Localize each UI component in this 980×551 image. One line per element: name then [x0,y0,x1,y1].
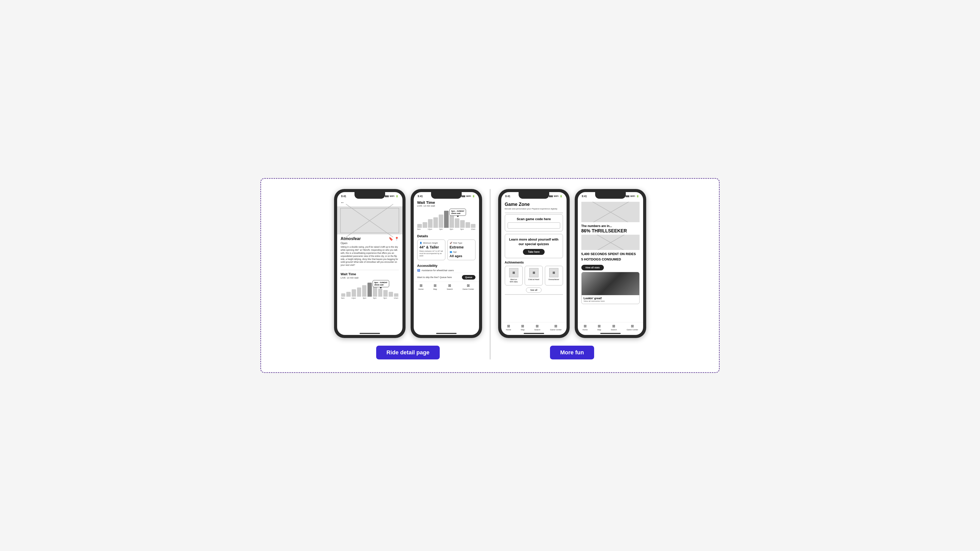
phone-2-content: Wait Time LIVE: 14 min wait 6pm – SUNDAY… [414,199,479,331]
p1-header: ← [337,199,402,206]
back-arrow-icon[interactable]: ← [341,200,345,205]
bar-11 [394,293,398,297]
p2-bar-5 [439,214,443,228]
p2-bottom-nav: ⊠ Home ⊠ Map ⊠ Search [414,282,479,291]
memory-subtitle[interactable]: View all memories here [584,300,637,302]
min-height-value: 44" & Taller [420,245,443,249]
image-placeholder-x [340,208,399,233]
achievements-title: Achivements [505,261,563,264]
view-all-stats-button[interactable]: View all stats [581,265,604,270]
p2-label-12pm: 12pm [428,228,432,230]
achievement-2: ⊠ Child at Heart [525,266,543,285]
p3-bottom-divider [505,294,563,295]
outer-container: 9:41 ▮▮▮ WiFi 🔋 ← [260,178,720,373]
stat2-value: 5,400 SECONDS SPENT ON RIDES [581,252,640,256]
p3-nav-home[interactable]: ⊠ Home [506,324,511,331]
p1-chart-area: 6pm – SUNDAY20min wait [341,280,399,300]
accessibility-item: ♿ Assistance for wheelchair users [417,269,476,272]
section1-label: Ride detail page [376,346,440,359]
p4-nav-home[interactable]: ⊠ Home [583,324,588,331]
home-icon: ⊠ [420,283,423,287]
nav-game-center-label: Game Center [463,288,474,290]
status-icons-2: ▮▮▮ WiFi 🔋 [461,195,475,197]
achievement-2-icon: ⊠ [529,268,538,277]
battery-icon-2: 🔋 [472,195,475,197]
p1-title-row: Atmosfear 🔖 📍 [341,237,399,241]
bar-1 [341,293,345,297]
ride-type-card: 🚀 Ride Type Extreme 👥 Age All [447,240,476,260]
bar-7 [373,286,377,297]
bar-8 [378,289,383,297]
phone-4-notch [595,192,626,199]
bar-3 [352,289,356,297]
p3-nav-game-center-label: Game Center [550,329,562,331]
p2-header: Wait Time LIVE: 14 min wait [414,199,479,209]
home-indicator-2 [436,333,457,334]
age-value: All ages [450,254,473,258]
section-more-fun: 9:41 ▮▮▮ WiFi 🔋 Game Zone Elevate and pe… [498,189,646,359]
p4-nav-game-center-label: Game Center [627,329,638,331]
p2-bar-7 [449,215,454,228]
memory-card: Lookin' great! View all memories here [581,272,640,304]
p3-nav-game-center[interactable]: ⊠ Game Center [550,324,562,331]
min-height-card: 👤 Minimum Height 44" & Taller Riders bet… [417,240,445,260]
p4-nav-search[interactable]: ⊠ Search [611,324,617,331]
stats-mid-image [581,235,640,250]
p4-nav-search-label: Search [611,329,617,331]
chart-tooltip: 6pm – SUNDAY20min wait [372,280,389,287]
achievement-3-icon: ⊠ [549,268,558,277]
view-all-wrapper: View all stats [581,263,640,272]
bookmark-icon[interactable]: 🔖 [389,237,393,241]
bar-10 [389,292,393,297]
nav-search[interactable]: ⊠ Search [447,283,453,290]
scan-input-field[interactable] [508,222,560,229]
p2-bar-2 [423,222,427,228]
nav-home[interactable]: ⊠ Home [418,283,424,290]
queue-button[interactable]: Queue [462,275,475,279]
nav-game-center[interactable]: ⊠ Game Center [463,283,474,290]
stat1-value: 86% THRILLSEEKER [581,228,640,233]
p1-action-icons: 🔖 📍 [389,237,399,241]
section2-label: More fun [550,346,594,359]
take-quiz-button[interactable]: Take here [523,249,545,255]
bar-2 [346,292,351,297]
battery-icon: 🔋 [396,195,398,197]
min-height-label: 👤 Minimum Height [420,242,443,244]
p3-nav-home-label: Home [506,329,511,331]
p3-bottom-nav: ⊠ Home ⊠ Map ⊠ Search [501,322,566,331]
p3-search-icon: ⊠ [536,324,539,328]
achievements-row: ⊠ Went on50% rides ⊠ Child at Heart ⊠ Ov… [505,266,563,285]
sections-row: 9:41 ▮▮▮ WiFi 🔋 ← [269,189,711,359]
map-icon: ⊠ [434,283,437,287]
p4-nav-home-label: Home [583,329,588,331]
achievement-1: ⊠ Went on50% rides [505,266,523,285]
location-icon[interactable]: 📍 [395,237,399,241]
phone-2: 9:41 ▮▮▮ WiFi 🔋 Wait Time LIVE: 14 min w… [410,189,482,338]
game-zone-subtitle: Elevate and personalize your Playland ex… [505,208,563,210]
p3-top-divider [505,213,563,213]
p2-bar-11 [471,224,476,228]
p3-nav-search[interactable]: ⊠ Search [534,324,540,331]
p4-nav-game-center[interactable]: ⊠ Game Center [627,324,638,331]
wait-time-live: LIVE: 14 min wait [417,205,476,207]
wifi-icon: WiFi [390,195,395,197]
wheelchair-icon: ♿ [417,269,420,272]
scan-title: Scan game code here [508,217,560,221]
wait-title: Wait Time [341,272,399,276]
age-label: 👥 Age [450,251,473,253]
nav-map[interactable]: ⊠ Map [433,283,437,290]
achievement-1-icon: ⊠ [509,268,518,277]
signal-icon-3: ▮▮▮ [549,195,553,197]
home-indicator-3 [524,333,544,334]
p1-wait-section: Wait Time LIVE: 14 min wait 6pm – SUNDAY… [337,272,402,300]
p4-search-icon: ⊠ [612,324,615,328]
p3-nav-map[interactable]: ⊠ Map [521,324,525,331]
see-all-button[interactable]: See all [526,287,542,292]
p2-label-9am: 9am [417,228,421,230]
accessibility-section: Accessibility ♿ Assistance for wheelchai… [414,263,479,273]
bar-9 [383,290,388,297]
height-icon: 👤 [420,242,422,244]
phone-4-inner: 9:41 ▮▮▮ WiFi 🔋 The numbers are in... 86… [578,192,643,335]
p3-nav-map-label: Map [521,329,525,331]
p4-nav-map[interactable]: ⊠ Map [597,324,601,331]
